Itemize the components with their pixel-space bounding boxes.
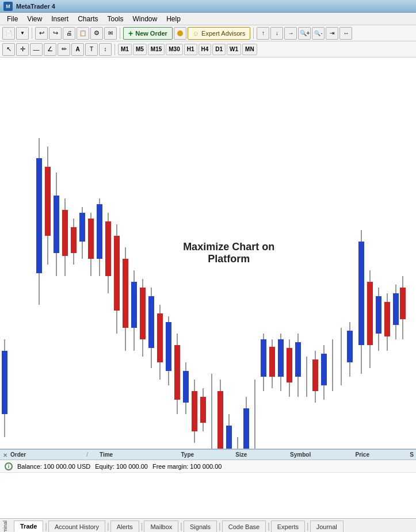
tb-autoscroll-btn[interactable]: ↔ <box>339 27 352 40</box>
col-size: Size <box>235 451 278 458</box>
svg-rect-10 <box>71 227 77 253</box>
tb-text-btn[interactable]: A <box>71 43 84 56</box>
new-order-btn[interactable]: + New Order <box>123 27 173 40</box>
svg-rect-40 <box>200 397 206 423</box>
tb-redo-btn[interactable]: ↪ <box>49 27 62 40</box>
sep2 <box>120 28 120 39</box>
col-type: Type <box>181 451 224 458</box>
col-order: Order <box>10 451 75 458</box>
tab-alerts[interactable]: Alerts <box>110 520 139 532</box>
tb-dropdown-btn[interactable]: ▼ <box>16 27 29 40</box>
tab-signals[interactable]: Signals <box>184 520 217 532</box>
tb-undo-btn[interactable]: ↩ <box>35 27 48 40</box>
col-price: Price <box>356 451 399 458</box>
svg-rect-45 <box>226 426 232 449</box>
tab-mailbox[interactable]: Mailbox <box>144 520 178 532</box>
svg-rect-54 <box>269 347 275 377</box>
svg-rect-14 <box>88 219 94 259</box>
tb-zoom-in-btn[interactable]: 🔍+ <box>298 27 311 40</box>
svg-rect-60 <box>295 342 301 377</box>
svg-rect-71 <box>367 282 373 345</box>
menu-help[interactable]: Help <box>162 14 185 24</box>
tf-w1[interactable]: W1 <box>227 44 241 55</box>
terminal-tabs: Terminal Trade | Account History | Alert… <box>0 518 416 532</box>
tb-gold-btn[interactable] <box>174 27 186 40</box>
svg-rect-77 <box>393 293 399 325</box>
tb-draw-btn[interactable]: ✏ <box>58 43 70 56</box>
tab-code-base[interactable]: Code Base <box>222 520 266 532</box>
col-s: S <box>410 451 414 458</box>
tb-email-btn[interactable]: ✉ <box>104 27 117 40</box>
svg-rect-8 <box>62 210 68 256</box>
terminal-close-btn[interactable]: ✕ <box>1 451 9 459</box>
svg-rect-58 <box>287 348 292 382</box>
svg-rect-63 <box>312 359 318 391</box>
tf-h1[interactable]: H1 <box>184 44 197 55</box>
tb-line-btn[interactable]: — <box>30 43 43 56</box>
tab-sep-6: | <box>266 520 271 532</box>
tab-trade[interactable]: Trade <box>14 520 43 532</box>
col-sep: / <box>86 451 88 458</box>
sep1 <box>32 28 32 39</box>
menu-file[interactable]: File <box>2 14 22 24</box>
tb-print-btn[interactable]: 🖨 <box>63 27 75 40</box>
tf-h4[interactable]: H4 <box>199 44 212 55</box>
tb-chart-down-btn[interactable]: ↓ <box>270 27 283 40</box>
svg-rect-26 <box>140 288 146 339</box>
terminal-content <box>0 473 416 518</box>
svg-rect-69 <box>358 242 364 345</box>
svg-rect-65 <box>321 354 327 385</box>
tf-d1[interactable]: D1 <box>212 44 226 55</box>
svg-rect-30 <box>157 313 163 362</box>
tb-angle-btn[interactable]: ∠ <box>44 43 56 56</box>
tf-mn[interactable]: MN <box>242 44 257 55</box>
svg-rect-52 <box>261 339 266 377</box>
menu-insert[interactable]: Insert <box>47 14 73 24</box>
tab-account-history[interactable]: Account History <box>48 520 105 532</box>
equity-text: Equity: 100 000.00 <box>95 463 148 470</box>
tb-crosshair-btn[interactable]: ✛ <box>16 43 29 56</box>
col-symbol: Symbol <box>290 451 344 458</box>
col-time: Time <box>100 451 170 458</box>
svg-rect-32 <box>166 322 171 371</box>
tf-m30[interactable]: M30 <box>166 44 182 55</box>
tb-chart-right-btn[interactable]: → <box>284 27 297 40</box>
toolbar2: ↖ ✛ — ∠ ✏ A T ↕ M1 M5 M15 M30 H1 H4 D1 W… <box>0 41 416 58</box>
tb-chart-up-btn[interactable]: ↑ <box>257 27 269 40</box>
tf-m5[interactable]: M5 <box>133 44 147 55</box>
expert-icon: ☺ <box>193 30 199 37</box>
svg-rect-18 <box>105 221 111 276</box>
tb-cursor-btn[interactable]: ↖ <box>2 43 15 56</box>
svg-rect-12 <box>79 213 85 242</box>
menu-tools[interactable]: Tools <box>103 14 128 24</box>
tb-zoom-out-btn[interactable]: 🔍- <box>312 27 325 40</box>
tb-new-chart-btn[interactable]: 📄 <box>2 27 15 40</box>
app-title: MetaTrader 4 <box>16 3 55 10</box>
balance-icon: i <box>5 462 13 470</box>
tb-print-prev-btn[interactable]: 📋 <box>77 27 89 40</box>
tab-sep-1: | <box>44 520 48 532</box>
sep3 <box>253 28 254 39</box>
svg-rect-43 <box>217 391 223 449</box>
tb-arrow-btn[interactable]: ↕ <box>99 43 112 56</box>
free-margin-text: Free margin: 100 000.00 <box>152 463 222 470</box>
tab-journal[interactable]: Journal <box>310 520 344 532</box>
tb-chart-shift-btn[interactable]: ⇥ <box>326 27 338 40</box>
menu-view[interactable]: View <box>22 14 47 24</box>
tf-m1[interactable]: M1 <box>118 44 132 55</box>
svg-rect-81 <box>400 288 406 319</box>
tb-properties-btn[interactable]: ⚙ <box>90 27 103 40</box>
tab-experts[interactable]: Experts <box>271 520 305 532</box>
menu-charts[interactable]: Charts <box>73 14 102 24</box>
expert-advisors-btn[interactable]: ☺ Expert Advisors <box>188 27 251 40</box>
terminal-vertical-label: Terminal <box>2 520 8 532</box>
tab-sep-4: | <box>179 520 184 532</box>
svg-rect-16 <box>97 204 102 259</box>
tab-sep-2: | <box>106 520 110 532</box>
tf-m15[interactable]: M15 <box>148 44 165 55</box>
new-order-icon: + <box>128 29 133 38</box>
menu-bar: File View Insert Charts Tools Window Hel… <box>0 13 416 25</box>
menu-window[interactable]: Window <box>128 14 162 24</box>
tb-label-btn[interactable]: T <box>85 43 98 56</box>
svg-rect-24 <box>131 282 137 328</box>
